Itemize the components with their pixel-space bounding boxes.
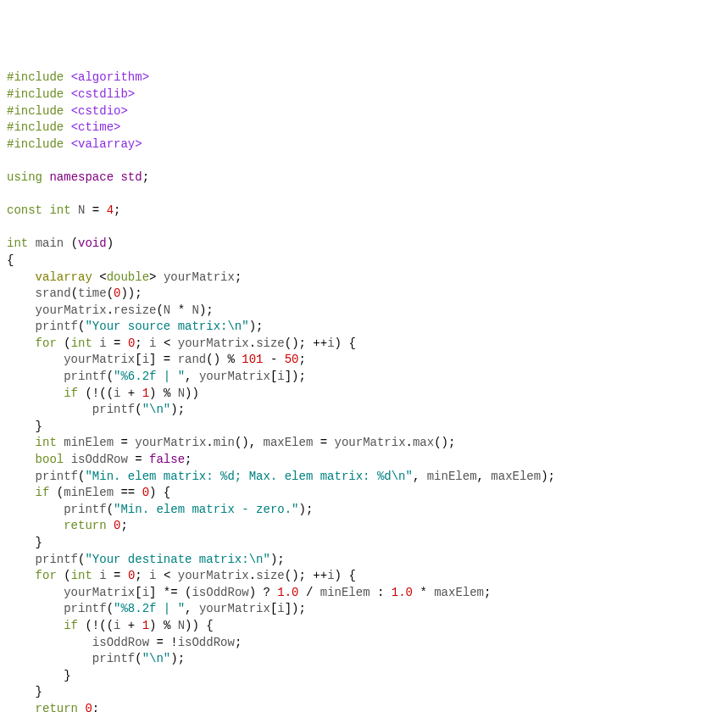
- token-punct: [64, 104, 70, 118]
- token-kw-purple: namespace: [49, 170, 114, 184]
- token-punct: ;: [120, 519, 127, 532]
- token-punct: [7, 586, 64, 599]
- token-ident: N: [178, 387, 185, 400]
- token-kw-green: int: [7, 236, 28, 250]
- token-ident: yourMatrix: [178, 569, 249, 582]
- token-kw-green: int: [71, 569, 92, 582]
- token-punct: ) %: [149, 619, 178, 632]
- token-punct: ) %: [149, 387, 178, 400]
- token-punct: (!((: [78, 619, 114, 632]
- token-punct: (: [64, 236, 78, 250]
- token-header: <cstdio>: [71, 104, 128, 118]
- token-punct: .: [249, 569, 256, 582]
- code-line: yourMatrix[i] = rand() % 101 - 50;: [7, 352, 721, 369]
- token-ident: i: [149, 337, 156, 350]
- token-header: <algorithm>: [71, 70, 149, 84]
- code-line: }: [7, 684, 721, 701]
- token-ident: yourMatrix: [64, 353, 135, 366]
- token-kw-green: return: [36, 702, 78, 712]
- code-line: }: [7, 419, 721, 436]
- token-punct: }: [7, 536, 42, 549]
- token-punct: [7, 286, 36, 300]
- token-punct: (: [107, 286, 114, 300]
- token-punct: .: [107, 303, 114, 317]
- token-punct: (: [57, 337, 71, 350]
- token-punct: (: [135, 652, 142, 665]
- token-ident: yourMatrix: [135, 436, 206, 449]
- token-punct: (); ++: [285, 337, 327, 350]
- token-punct: ));: [120, 286, 142, 300]
- token-kw-green: int: [71, 337, 92, 350]
- token-punct: /: [299, 586, 320, 599]
- token-kw-green: if: [64, 387, 78, 400]
- token-kw-preproc: #include: [7, 70, 64, 84]
- code-line: return 0;: [7, 701, 721, 712]
- code-line: #include <algorithm>: [7, 70, 721, 86]
- code-block: #include <algorithm>#include <cstdlib>#i…: [7, 70, 721, 712]
- token-punct: ): [107, 236, 114, 250]
- token-punct: [7, 436, 36, 449]
- token-punct: *: [413, 586, 434, 599]
- token-ident: printf: [36, 470, 78, 483]
- token-punct: [7, 387, 64, 400]
- token-punct: }: [7, 420, 42, 433]
- token-punct: [7, 353, 64, 366]
- code-line: [7, 186, 721, 203]
- token-punct: =: [114, 436, 135, 449]
- token-ident: size: [256, 569, 285, 582]
- code-line: yourMatrix.resize(N * N);: [7, 303, 721, 320]
- token-punct: );: [298, 503, 313, 516]
- token-punct: >: [149, 270, 164, 284]
- token-string: "Min. elem matrix - zero.": [114, 503, 298, 516]
- code-line: }: [7, 668, 721, 685]
- token-ident: isOddRow: [192, 586, 248, 599]
- token-ident: printf: [64, 370, 106, 383]
- token-kw-preproc: #include: [7, 137, 64, 151]
- token-punct: <: [157, 337, 178, 350]
- token-punct: -: [264, 353, 285, 366]
- token-punct: );: [270, 553, 285, 566]
- token-ident: yourMatrix: [335, 436, 406, 449]
- token-header: <cstdlib>: [71, 87, 136, 101]
- code-line: if (!((i + 1) % N)): [7, 386, 721, 403]
- token-std: std: [120, 170, 142, 184]
- code-line: #include <valarray>: [7, 136, 721, 153]
- code-line: bool isOddRow = false;: [7, 452, 721, 469]
- token-ident: size: [256, 337, 285, 350]
- token-punct: ,: [185, 370, 199, 383]
- token-punct: [7, 619, 64, 632]
- token-punct: (); ++: [285, 569, 327, 582]
- token-num: 0: [85, 702, 92, 712]
- code-line: using namespace std;: [7, 170, 721, 186]
- token-punct: :: [370, 586, 392, 599]
- token-ident: maxElem: [264, 436, 314, 449]
- token-ident: srand: [36, 286, 71, 300]
- token-kw-green: int: [49, 203, 70, 217]
- token-punct: [7, 486, 36, 499]
- token-punct: ;: [135, 337, 149, 350]
- token-punct: *: [170, 303, 192, 317]
- code-line: #include <ctime>: [7, 120, 721, 136]
- token-kw-green: for: [36, 569, 57, 582]
- token-header: <valarray>: [71, 137, 142, 151]
- code-line: isOddRow = !isOddRow;: [7, 635, 721, 652]
- token-punct: );: [249, 320, 264, 333]
- token-punct: (: [107, 503, 114, 516]
- token-punct: ,: [185, 602, 199, 615]
- token-ident: time: [78, 286, 107, 300]
- token-num: 0: [142, 486, 149, 499]
- token-kw-green: return: [64, 519, 106, 532]
- token-punct: =: [128, 453, 149, 466]
- token-kw-green: if: [64, 619, 78, 632]
- code-line: [7, 153, 721, 170]
- code-line: for (int i = 0; i < yourMatrix.size(); +…: [7, 336, 721, 353]
- token-punct: [64, 70, 70, 84]
- token-punct: );: [170, 403, 185, 416]
- token-punct: )): [185, 387, 199, 400]
- token-punct: [7, 569, 36, 582]
- token-punct: }: [7, 669, 71, 682]
- token-punct: [7, 652, 92, 665]
- token-ident: i: [277, 370, 284, 383]
- token-ident: minElem: [320, 586, 370, 599]
- token-ident: minElem: [64, 486, 114, 499]
